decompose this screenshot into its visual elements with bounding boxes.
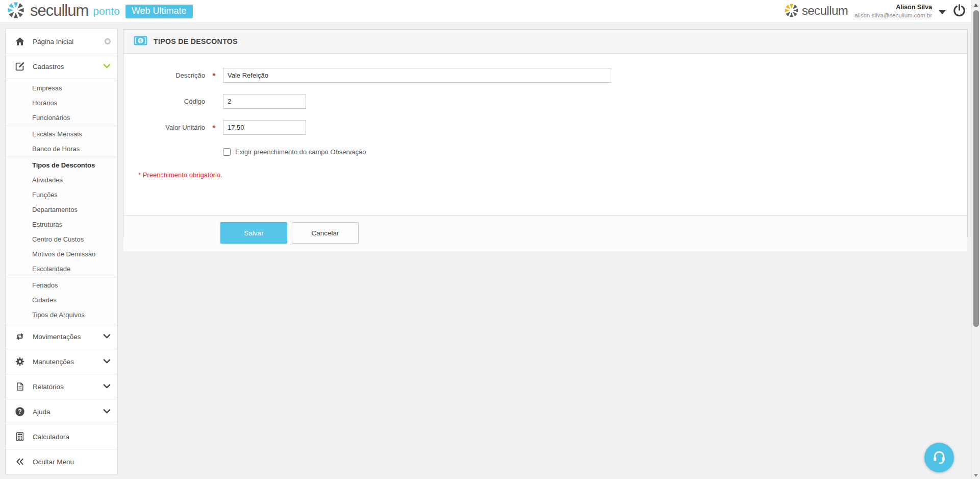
main-panel: $ TIPOS DE DESCONTOS Descrição * Código … [123,29,968,237]
sidebar-item-centro-de-custos[interactable]: Centro de Custos [6,232,117,247]
descricao-input[interactable] [223,68,611,83]
submenu-group: Empresas Horários Funcionários [6,80,117,126]
user-name: Alison Silva [855,4,932,12]
sidebar-item-label: Manutenções [33,358,103,366]
calculator-icon [14,431,26,442]
secullum-logo-icon [6,1,26,22]
sync-arrows-icon [14,331,26,342]
codigo-input[interactable] [223,94,306,109]
sidebar-item-pagina-inicial[interactable]: Página Inicial [5,29,118,54]
chevron-down-icon [103,357,111,366]
home-target-icon [105,38,111,44]
sidebar-item-label: Cadastros [33,63,103,70]
exigir-observacao-checkbox[interactable] [223,148,231,156]
headset-icon [931,449,947,467]
sidebar-item-tipos-de-descontos[interactable]: Tipos de Descontos [6,158,117,173]
form-row-descricao: Descrição * [123,68,967,83]
required-marker: * [205,71,223,80]
tipos-de-descontos-form: Descrição * Código Valor Unitário * Exig… [123,68,967,215]
logout-button[interactable] [952,4,966,19]
sidebar-item-escolaridade[interactable]: Escolaridade [6,261,117,276]
edit-icon [14,61,26,72]
gear-icon [14,356,26,367]
brand-product: ponto [93,5,120,17]
user-menu[interactable]: Alison Silva alison.silva@secullum.com.b… [855,4,932,19]
submenu-group: Escalas Mensais Banco de Horas [6,126,117,157]
scroll-up-arrow-icon[interactable] [974,4,978,7]
chevron-down-icon [103,382,111,391]
user-menu-caret-icon[interactable] [939,10,946,14]
sidebar-item-atividades[interactable]: Atividades [6,173,117,187]
svg-text:$: $ [139,38,142,43]
chevron-down-icon [103,62,111,71]
brand-name: secullum [30,2,88,20]
sidebar-item-funcoes[interactable]: Funções [6,187,117,202]
sidebar-nav: Página Inicial Cadastros Empresas Horári… [5,29,118,474]
vertical-scrollbar[interactable] [971,0,980,479]
header-right: secullum Alison Silva alison.silva@secul… [784,3,966,20]
save-button[interactable]: Salvar [220,222,287,244]
top-header: secullum ponto Web Ultimate [0,0,971,23]
scrollbar-thumb[interactable] [973,10,979,327]
form-row-valor-unitario: Valor Unitário * [123,120,967,135]
sidebar-item-calculadora[interactable]: Calculadora [5,424,118,449]
partner-brand: secullum [784,3,848,20]
sidebar-item-departamentos[interactable]: Departamentos [6,202,117,217]
required-marker: * [205,123,223,132]
sidebar-item-feriados[interactable]: Feriados [6,278,117,293]
sidebar-item-cadastros[interactable]: Cadastros [5,54,118,79]
sidebar-item-label: Movimentações [33,333,103,341]
sidebar-item-movimentacoes[interactable]: Movimentações [5,324,118,349]
edition-badge: Web Ultimate [125,5,193,18]
cancel-button[interactable]: Cancelar [292,222,359,244]
exigir-observacao-label: Exigir preenchimento do campo Observação [235,148,366,156]
sidebar-item-label: Calculadora [33,433,111,441]
support-chat-button[interactable] [924,443,954,472]
codigo-label: Código [123,98,205,105]
sidebar-item-horarios[interactable]: Horários [6,95,117,110]
chevron-down-icon [103,332,111,341]
partner-brand-name: secullum [802,4,848,18]
valor-unitario-input[interactable] [223,120,306,135]
user-email: alison.silva@secullum.com.br [855,12,932,19]
cadastros-submenu: Empresas Horários Funcionários Escalas M… [5,79,118,324]
banknote-icon: $ [134,36,147,47]
sidebar-item-ocultar-menu[interactable]: Ocultar Menu [5,449,118,474]
chevron-down-icon [103,407,111,416]
sidebar-item-estruturas[interactable]: Estruturas [6,217,117,232]
panel-header: $ TIPOS DE DESCONTOS [123,30,967,54]
sidebar-item-tipos-de-arquivos[interactable]: Tipos de Arquivos [6,307,117,322]
sidebar-item-label: Ajuda [33,408,103,416]
sidebar-item-label: Relatórios [33,383,103,391]
app-brand: secullum ponto Web Ultimate [6,1,193,22]
secullum-logo-small-icon [784,3,799,20]
sidebar-item-manutencoes[interactable]: Manutenções [5,349,118,374]
submenu-group: Tipos de Descontos Atividades Funções De… [6,157,117,277]
sidebar-item-ajuda[interactable]: ? Ajuda [5,399,118,424]
sidebar-item-cidades[interactable]: Cidades [6,293,117,307]
sidebar-item-escalas-mensais[interactable]: Escalas Mensais [6,127,117,141]
sidebar-item-banco-de-horas[interactable]: Banco de Horas [6,141,117,156]
power-icon [952,4,966,19]
sidebar-item-relatorios[interactable]: Relatórios [5,374,118,399]
sidebar-item-funcionarios[interactable]: Funcionários [6,110,117,125]
document-icon [14,381,26,392]
page-title: TIPOS DE DESCONTOS [154,37,238,45]
sidebar-item-empresas[interactable]: Empresas [6,81,117,95]
svg-text:?: ? [18,408,21,415]
required-note: * Preenchimento obrigatório. [138,171,967,179]
question-circle-icon: ? [14,406,26,417]
form-footer: Salvar Cancelar [123,215,967,251]
double-chevron-left-icon [14,457,26,466]
submenu-group: Feriados Cidades Tipos de Arquivos [6,277,117,323]
sidebar-item-label: Ocultar Menu [33,458,111,466]
descricao-label: Descrição [123,71,205,79]
sidebar-item-motivos-de-demissao[interactable]: Motivos de Demissão [6,247,117,261]
valor-unitario-label: Valor Unitário [123,124,205,131]
scroll-down-arrow-icon[interactable] [974,474,978,477]
home-icon [14,36,26,47]
observacao-checkbox-row: Exigir preenchimento do campo Observação [223,148,967,156]
form-row-codigo: Código [123,94,967,109]
sidebar-item-label: Página Inicial [33,38,105,45]
